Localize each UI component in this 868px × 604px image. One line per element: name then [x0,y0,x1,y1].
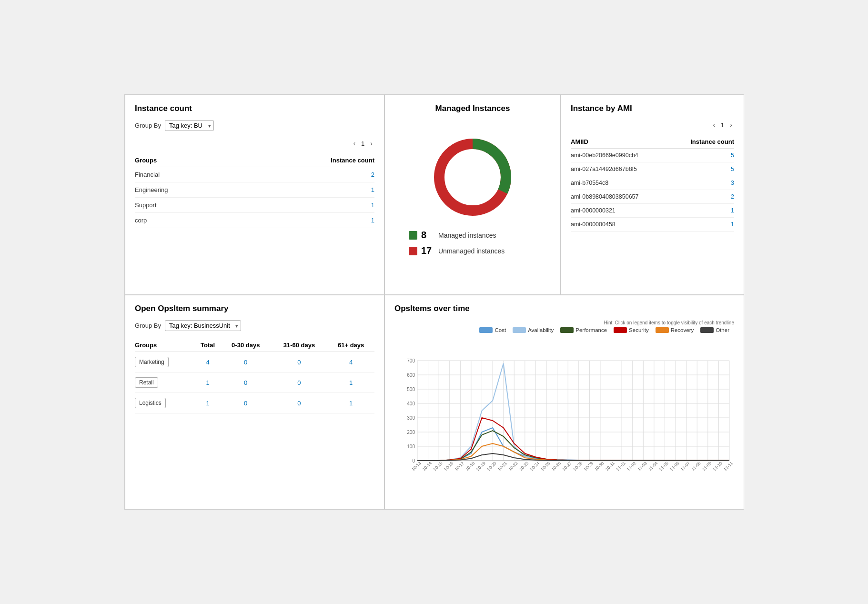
ops-group-by-select[interactable]: Tag key: BusinessUnit [165,320,241,331]
ops-d3160[interactable]: 0 [271,393,328,413]
group-by-select[interactable]: Tag key: BU [165,120,214,131]
table-row: ami-00eb20669e0990cb45 [571,149,734,162]
legend-label: Performance [575,327,607,333]
table-row: Logistics 1 0 0 1 [135,393,374,413]
ops-col-header: 31-60 days [271,339,328,352]
ami-count[interactable]: 1 [670,218,734,232]
ops-col-header: Total [195,339,221,352]
managed-label: Managed instances [438,232,496,239]
dashboard: Instance count Group By Tag key: BU ‹ 1 … [124,94,744,510]
ami-id: ami-027a14492d667b8f5 [571,162,670,176]
count-value[interactable]: 1 [238,182,374,198]
table-row: ami-b70554c83 [571,176,734,190]
ami-count[interactable]: 2 [670,190,734,204]
unmanaged-legend-item: 17 Unmanaged instances [409,245,505,256]
ops-d61[interactable]: 1 [327,393,374,413]
svg-text:11-01: 11-01 [615,461,626,472]
ops-total[interactable]: 1 [195,393,221,413]
ops-d61[interactable]: 1 [327,372,374,393]
svg-text:11-06: 11-06 [669,461,680,472]
managed-legend: 8 Managed instances 17 Unmanaged instanc… [409,230,505,256]
ami-pagination: ‹ 1 › [571,120,734,130]
ami-count[interactable]: 5 [670,162,734,176]
svg-text:10-21: 10-21 [497,461,508,472]
ops-d030[interactable]: 0 [221,352,271,372]
group-name: Support [135,198,238,213]
count-value[interactable]: 2 [238,167,374,182]
legend-entry[interactable]: Cost [479,327,506,333]
page-number: 1 [361,140,364,147]
legend-label: Cost [495,327,506,333]
svg-text:10-17: 10-17 [454,461,465,472]
ami-title: Instance by AMI [571,104,734,113]
count-value[interactable]: 1 [238,198,374,213]
ami-col-id: AMIID [571,135,670,149]
legend-entry[interactable]: Recovery [656,327,694,333]
ami-id: ami-00eb20669e0990cb4 [571,149,670,162]
managed-count: 8 [421,230,434,241]
managed-instances-title: Managed Instances [435,104,510,113]
next-page-button[interactable]: › [368,139,374,148]
col-instance-count: Instance count [238,154,374,167]
ami-id: ami-0000000321 [571,204,670,218]
table-row: corp1 [135,213,374,228]
donut-chart [430,134,515,220]
svg-text:200: 200 [407,430,415,435]
ops-total[interactable]: 1 [195,372,221,393]
table-row: Financial2 [135,167,374,182]
count-value[interactable]: 1 [238,213,374,228]
managed-color [409,231,417,240]
svg-text:10-18: 10-18 [464,461,475,472]
ami-id: ami-0b898040803850657 [571,190,670,204]
group-by-select-wrapper[interactable]: Tag key: BU [165,120,214,131]
ops-d3160[interactable]: 0 [271,372,328,393]
ami-count[interactable]: 5 [670,149,734,162]
ops-d030[interactable]: 0 [221,393,271,413]
svg-text:10-25: 10-25 [540,461,551,472]
legend-entry[interactable]: Performance [560,327,607,333]
table-row: ami-027a14492d667b8f55 [571,162,734,176]
ops-total[interactable]: 4 [195,352,221,372]
table-row: Support1 [135,198,374,213]
legend-entry[interactable]: Availability [513,327,554,333]
ami-next-button[interactable]: › [728,120,734,130]
instance-pagination: ‹ 1 › [135,139,374,148]
ami-page-number: 1 [721,121,724,129]
svg-text:400: 400 [407,401,415,406]
legend-entry[interactable]: Other [700,327,729,333]
ami-count[interactable]: 3 [670,176,734,190]
svg-text:10-26: 10-26 [551,461,562,472]
svg-text:11-10: 11-10 [712,461,723,472]
svg-text:10-29: 10-29 [583,461,594,472]
ops-group-by-wrapper[interactable]: Tag key: BusinessUnit [165,320,241,331]
group-name: corp [135,213,238,228]
chart-hint: Hint: Click on legend items to toggle vi… [394,320,734,325]
legend-entry[interactable]: Security [614,327,649,333]
ami-prev-button[interactable]: ‹ [711,120,717,130]
legend-label: Recovery [671,327,694,333]
chart-legend: CostAvailabilityPerformanceSecurityRecov… [394,327,734,333]
ops-d030[interactable]: 0 [221,372,271,393]
group-name: Engineering [135,182,238,198]
ops-group: Logistics [135,393,195,413]
ops-d61[interactable]: 4 [327,352,374,372]
legend-label: Availability [528,327,554,333]
managed-instances-panel: Managed Instances 8 Managed instances 17 [384,95,561,295]
svg-text:100: 100 [407,444,415,449]
svg-text:10-14: 10-14 [422,461,433,472]
ami-count[interactable]: 1 [670,204,734,218]
instance-count-table: Groups Instance count Financial2Engineer… [135,154,374,228]
group-name: Financial [135,167,238,182]
svg-text:11-05: 11-05 [658,461,669,472]
unmanaged-label: Unmanaged instances [438,247,505,255]
ops-summary-title: Open OpsItem summary [135,304,374,313]
legend-label: Security [629,327,649,333]
ops-time-panel: OpsItems over time Hint: Click on legend… [384,295,744,509]
table-row: ami-00000004581 [571,218,734,232]
svg-text:600: 600 [407,372,415,378]
prev-page-button[interactable]: ‹ [351,139,357,148]
ops-time-title: OpsItems over time [394,304,734,313]
ops-d3160[interactable]: 0 [271,352,328,372]
ops-col-header: Groups [135,339,195,352]
col-groups: Groups [135,154,238,167]
